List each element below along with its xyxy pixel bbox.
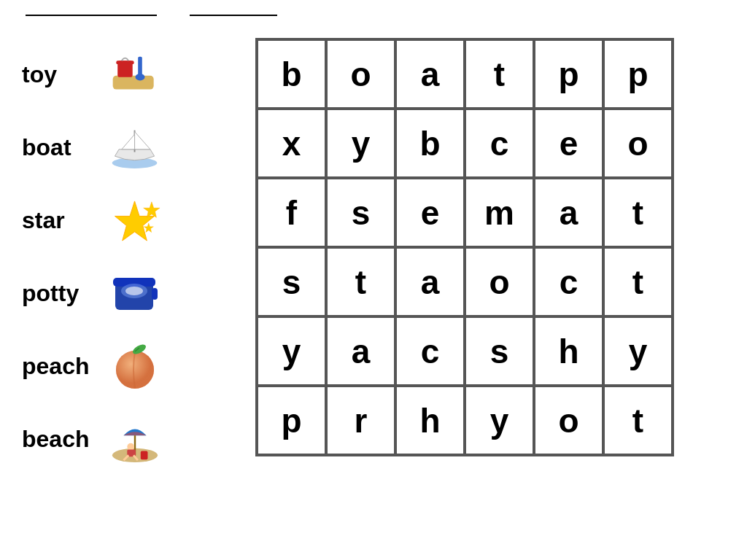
grid-cell-2-5: t [603,178,673,247]
grid-cell-5-3: y [465,386,534,455]
potty-icon [109,268,160,319]
name-field [22,15,157,16]
grid-cell-3-4: c [534,247,603,316]
grid-cell-4-5: y [603,316,673,386]
grid-cell-3-2: a [395,247,465,316]
main-content: toy boat [22,38,725,475]
grid-cell-2-2: e [395,178,465,247]
grid-cell-0-1: o [326,39,395,109]
grid-cell-4-2: c [395,316,465,386]
toy-icon [109,49,160,100]
grid-cell-2-4: a [534,178,603,247]
grid-cell-0-4: p [534,39,603,109]
date-field [186,15,277,16]
grid-cell-1-0: x [257,109,326,178]
word-label-beach: beach [22,426,95,453]
grid-cell-2-0: f [257,178,326,247]
star-icon [109,195,160,246]
boat-icon [109,122,160,173]
word-row-toy: toy [22,38,233,111]
grid-cell-3-3: o [465,247,534,316]
grid-cell-2-3: m [465,178,534,247]
word-label-toy: toy [22,61,95,88]
word-row-peach: peach [22,330,233,402]
word-label-potty: potty [22,280,95,307]
svg-rect-0 [113,76,154,90]
grid-cell-1-1: y [326,109,395,178]
grid-cell-5-1: r [326,386,395,455]
beach-icon [109,413,160,464]
word-row-potty: potty [22,257,233,330]
svg-point-13 [125,287,143,295]
peach-icon [109,341,160,392]
svg-marker-8 [144,201,160,217]
word-row-beach: beach [22,402,233,475]
grid-cell-4-1: a [326,316,395,386]
word-label-boat: boat [22,134,95,161]
grid-cell-5-5: t [603,386,673,455]
grid-cell-0-5: p [603,39,673,109]
grid-cell-4-4: h [534,316,603,386]
grid-cell-0-3: t [465,39,534,109]
header [22,15,725,16]
grid-cell-5-0: p [257,386,326,455]
letter-grid: boatppxybceofsematstaoctyacshyprhyot [255,38,674,456]
word-row-boat: boat [22,111,233,184]
grid-cell-0-0: b [257,39,326,109]
svg-point-4 [135,74,144,80]
svg-rect-2 [116,61,133,64]
grid-cell-4-0: y [257,316,326,386]
word-row-star: star [22,184,233,257]
date-underline [190,15,277,16]
svg-marker-9 [144,222,153,232]
grid-cell-4-3: s [465,316,534,386]
name-underline [26,15,157,16]
grid-cell-0-2: a [395,39,465,109]
svg-rect-3 [138,57,142,76]
grid-cell-2-1: s [326,178,395,247]
svg-rect-14 [152,288,158,300]
grid-cell-3-0: s [257,247,326,316]
grid-cell-1-4: e [534,109,603,178]
word-label-star: star [22,207,95,234]
grid-cell-5-4: o [534,386,603,455]
grid-cell-1-5: o [603,109,673,178]
word-label-peach: peach [22,353,95,380]
svg-point-21 [127,443,134,451]
grid-cell-1-3: c [465,109,534,178]
word-list: toy boat [22,38,233,475]
grid-cell-3-5: t [603,247,673,316]
grid-cell-5-2: h [395,386,465,455]
svg-rect-25 [141,451,148,460]
svg-marker-7 [115,201,154,240]
grid-cell-3-1: t [326,247,395,316]
grid-cell-1-2: b [395,109,465,178]
